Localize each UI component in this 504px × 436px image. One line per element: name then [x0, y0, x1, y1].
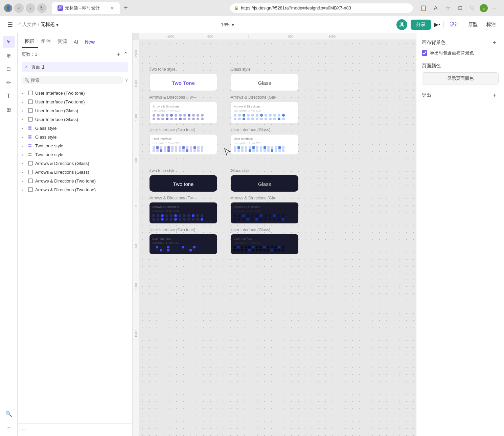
arrows-directions-glass-card[interactable]: Arrows & Directions Last update: 17 Nov …: [231, 102, 298, 123]
svg-rect-1: [28, 100, 32, 104]
glass-dark-card[interactable]: Glass: [231, 175, 298, 192]
main-area: ⊕ □ ✏ T ⊞ 🔍 ··· 图层: [0, 33, 504, 436]
frame-type-icon: [28, 108, 33, 113]
ui-label: User Interface (Glass): [231, 127, 298, 132]
address-bar[interactable]: 🔒 https://js.design/f/5281ra?mode=design…: [230, 3, 413, 13]
user-interface-light-card[interactable]: User Interface Last update: 17 Nov 2022: [150, 134, 217, 155]
url-text: https://js.design/f/5281ra?mode=design&p…: [241, 5, 409, 10]
filter-button[interactable]: ⊻: [125, 78, 128, 83]
show-page-color-button[interactable]: 显示页面颜色: [422, 72, 499, 84]
extension-icon: E: [480, 4, 488, 12]
two-tone-light-group: Two tone style Two Tone Arrows & Directi…: [150, 67, 217, 155]
canvas-bg-title: 画布背景色: [422, 40, 445, 46]
cursor-tool-button[interactable]: [3, 36, 15, 48]
include-bg-checkbox[interactable]: [422, 50, 427, 56]
layer-expand-icon: ▸: [22, 126, 26, 130]
zoom-control[interactable]: 16% ▾: [221, 22, 234, 27]
group-type-icon: [28, 134, 33, 140]
add-export-button[interactable]: +: [490, 91, 499, 99]
tab-ai[interactable]: AI: [70, 37, 82, 48]
collapse-pages-button[interactable]: ⌃: [123, 51, 128, 58]
list-item[interactable]: ▸ Arrows & Directions (Two tone): [18, 176, 132, 185]
pages-section: ✓ 页面 1: [18, 61, 132, 74]
list-item[interactable]: ▸ User Interface (Two tone): [18, 97, 132, 106]
back-button[interactable]: ‹: [14, 3, 24, 13]
pen-tool-button[interactable]: ✏: [3, 76, 15, 89]
card-header: Glass: [231, 77, 298, 89]
layers-list: ▸ User Interface (Two tone) ▸ User Inter…: [18, 87, 132, 423]
arrows-label: Arrows & Directions (Tw···: [150, 196, 217, 200]
pen-icon: ✏: [6, 79, 11, 86]
icon-bar: ⊕ □ ✏ T ⊞ 🔍 ···: [0, 33, 18, 436]
list-item[interactable]: ▸ Glass style: [18, 132, 132, 141]
svg-rect-18: [28, 155, 30, 156]
tab-components[interactable]: 组件: [38, 36, 54, 48]
font-button[interactable]: A: [431, 3, 440, 13]
page-item-1[interactable]: ✓ 页面 1: [22, 62, 128, 72]
list-item[interactable]: ▸ Arrows & Directions (Two tone): [18, 185, 132, 194]
active-tab[interactable]: JS 无标题 - 即时设计 ✕: [52, 2, 120, 14]
list-item[interactable]: ▸ User Interface (Glass): [18, 106, 132, 115]
more-options-button[interactable]: ···: [22, 426, 27, 433]
pages-header: 页数：1 + ⌃: [18, 48, 132, 61]
add-page-button[interactable]: +: [117, 51, 120, 58]
list-item[interactable]: ▸ User Interface (Glass): [18, 115, 132, 124]
star-button[interactable]: ☆: [443, 3, 453, 13]
app-toolbar: ☰ 个人文件 / 无标题 ▾ 16% ▾ 其 分享 ▶ ▾: [0, 16, 504, 33]
new-tab-button[interactable]: +: [121, 3, 131, 13]
arrows-glass-dark-card[interactable]: Arrows & Directions Last update: 17 Nov …: [231, 202, 298, 223]
prototype-view-button[interactable]: 原型: [465, 20, 480, 29]
tab-new[interactable]: New: [82, 37, 98, 48]
split-view-button[interactable]: ⊡: [455, 3, 465, 13]
share-button[interactable]: 分享: [411, 20, 431, 30]
play-button[interactable]: ▶ ▾: [434, 21, 440, 28]
arrows-directions-light-card[interactable]: Arrows & Directions Last update: 17 Nov …: [150, 102, 217, 123]
ruler-tick: 500: [288, 35, 293, 38]
list-item[interactable]: ▸ User Interface (Two tone): [18, 89, 132, 97]
forward-button[interactable]: ›: [26, 3, 35, 13]
search-tool-button[interactable]: 🔍: [3, 408, 15, 420]
refresh-button[interactable]: ↻: [37, 3, 47, 13]
breadcrumb-parent[interactable]: 个人文件: [18, 22, 37, 28]
breadcrumb-current[interactable]: 无标题 ▾: [41, 22, 59, 28]
glass-light-group: Glass style Glass Arrows & Directions (G…: [231, 67, 298, 155]
frames-container: Two tone style Two Tone Arrows & Directi…: [150, 67, 298, 268]
component-icon: ⊞: [6, 106, 11, 113]
hamburger-button[interactable]: ☰: [5, 20, 15, 29]
annotation-view-button[interactable]: 标注: [484, 20, 499, 29]
collections-button[interactable]: ♡: [467, 3, 477, 13]
list-item[interactable]: ▸ Glass style: [18, 124, 132, 132]
frame-type-icon: [28, 187, 33, 192]
text-tool-button[interactable]: T: [3, 90, 15, 102]
tab-layers[interactable]: 图层: [22, 36, 38, 48]
list-item[interactable]: ▸ Arrows & Directions (Glass): [18, 159, 132, 168]
clipboard-button[interactable]: 📋: [419, 3, 428, 13]
arrows-dark-card[interactable]: Arrows & Directions Last update: 17 Nov …: [150, 202, 217, 223]
move-tool-button[interactable]: ⊕: [3, 49, 15, 62]
frame-tool-button[interactable]: □: [3, 63, 15, 75]
list-item[interactable]: ▸ Two tone style: [18, 150, 132, 159]
ui-glass-dark-card[interactable]: User Interface Last update: 17 Nov 2022: [231, 234, 298, 254]
more-button[interactable]: ⋯: [490, 3, 500, 13]
svg-rect-10: [28, 137, 30, 139]
breadcrumb-arrow-icon: ▾: [56, 22, 59, 27]
tab-close-button[interactable]: ✕: [110, 5, 114, 11]
more-tools-button[interactable]: ···: [3, 421, 15, 433]
tab-assets[interactable]: 资源: [54, 36, 70, 48]
add-bg-color-button[interactable]: +: [490, 39, 499, 47]
list-item[interactable]: ▸ Two tone style: [18, 141, 132, 150]
user-interface-glass-card[interactable]: User Interface Last update: 17 Nov 2022: [231, 134, 298, 155]
component-tool-button[interactable]: ⊞: [3, 103, 15, 116]
ui-dark-card[interactable]: User Interface Last update: 17 Nov 2022: [150, 234, 217, 254]
tab-bar: JS 无标题 - 即时设计 ✕ +: [52, 2, 227, 14]
two-tone-style-card[interactable]: Two Tone: [150, 74, 217, 91]
search-input[interactable]: [31, 78, 120, 83]
ruler-tick: -1500: [134, 80, 138, 88]
two-tone-dark-card[interactable]: Two tone: [150, 175, 217, 192]
canvas[interactable]: -1000 -500 0 500 1000 -2000 -1500 -1000 …: [133, 33, 416, 436]
layer-expand-icon: ▸: [22, 179, 26, 183]
glass-style-card[interactable]: Glass: [231, 74, 298, 91]
list-item[interactable]: ▸ Arrows & Directions (Glass): [18, 168, 132, 176]
svg-rect-7: [30, 128, 31, 130]
design-view-button[interactable]: 设计: [447, 20, 462, 29]
